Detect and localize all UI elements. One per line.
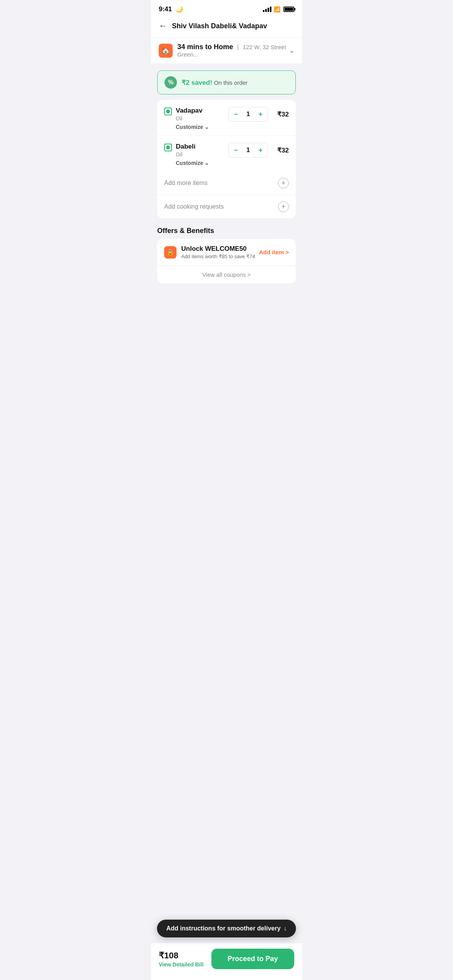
header: ← Shiv Vilash Dabeli& Vadapav — [151, 16, 302, 38]
chevron-down-icon: ⌄ — [204, 160, 209, 166]
item-desc: Oil — [176, 151, 228, 158]
cart-item: Dabeli Oil Customize ⌄ − 1 + ₹32 — [157, 136, 296, 171]
savings-amount: ₹2 saved! On this order — [182, 79, 248, 86]
lock-icon: 🔒 — [164, 246, 177, 259]
wifi-icon: 📶 — [274, 6, 280, 12]
cart-item: Vadapav Oil Customize ⌄ − 1 + ₹32 — [157, 100, 296, 136]
delivery-time: 34 mins to Home — [177, 43, 233, 51]
item-info: Vadapav Oil Customize ⌄ — [176, 107, 228, 130]
cart-item-row: Dabeli Oil Customize ⌄ − 1 + ₹32 — [164, 143, 289, 166]
savings-banner: % ₹2 saved! On this order — [157, 70, 296, 94]
status-icons: 📶 — [263, 6, 294, 12]
item-info: Dabeli Oil Customize ⌄ — [176, 143, 228, 166]
offer-desc: Add items worth ₹85 to save ₹74 — [181, 254, 255, 259]
item-right: − 1 + ₹32 — [228, 107, 289, 122]
chevron-down-icon: ⌄ — [204, 124, 209, 130]
back-button[interactable]: ← — [159, 21, 167, 31]
page-title: Shiv Vilash Dabeli& Vadapav — [172, 22, 267, 30]
quantity-value: 1 — [243, 111, 254, 118]
item-desc: Oil — [176, 115, 228, 122]
item-name: Vadapav — [176, 107, 228, 115]
status-time: 9:41 🌙 — [159, 5, 183, 13]
add-item-button[interactable]: Add item > — [259, 249, 289, 255]
chevron-down-icon[interactable]: ⌄ — [289, 47, 294, 54]
item-left: Dabeli Oil Customize ⌄ — [164, 143, 228, 166]
quantity-control: − 1 + — [228, 143, 268, 158]
item-name: Dabeli — [176, 143, 228, 151]
offer-info: Unlock WELCOME50 Add items worth ₹85 to … — [181, 245, 255, 259]
delivery-info: 34 mins to Home | 122 W, 32 Street Green… — [177, 43, 286, 58]
increase-button[interactable]: + — [254, 143, 268, 157]
offer-item: 🔒 Unlock WELCOME50 Add items worth ₹85 t… — [157, 239, 296, 266]
add-more-items-label: Add more items — [164, 180, 208, 187]
quantity-value: 1 — [243, 147, 254, 154]
delivery-bar[interactable]: 🏠 34 mins to Home | 122 W, 32 Street Gre… — [151, 38, 302, 65]
decrease-button[interactable]: − — [229, 143, 243, 157]
add-cooking-requests-button[interactable]: Add cooking requests + — [157, 195, 296, 218]
increase-button[interactable]: + — [254, 107, 268, 121]
savings-text: ₹2 saved! On this order — [182, 79, 248, 87]
offers-section-title: Offers & Benefits — [151, 224, 302, 239]
customize-button[interactable]: Customize ⌄ — [176, 160, 228, 166]
moon-icon: 🌙 — [175, 6, 183, 12]
offer-card: 🔒 Unlock WELCOME50 Add items worth ₹85 t… — [157, 239, 296, 283]
item-price: ₹32 — [273, 110, 289, 118]
offer-title: Unlock WELCOME50 — [181, 245, 255, 253]
spacer — [151, 283, 302, 345]
add-cooking-requests-icon: + — [278, 201, 289, 212]
status-bar: 9:41 🌙 📶 — [151, 0, 302, 16]
cart-item-row: Vadapav Oil Customize ⌄ − 1 + ₹32 — [164, 107, 289, 130]
add-cooking-requests-label: Add cooking requests — [164, 203, 224, 210]
item-left: Vadapav Oil Customize ⌄ — [164, 107, 228, 130]
veg-icon — [164, 108, 172, 115]
offers-section: Offers & Benefits 🔒 Unlock WELCOME50 Add… — [151, 224, 302, 283]
signal-icon — [263, 7, 271, 12]
decrease-button[interactable]: − — [229, 107, 243, 121]
item-right: − 1 + ₹32 — [228, 143, 289, 158]
savings-icon: % — [165, 76, 177, 89]
offer-left: 🔒 Unlock WELCOME50 Add items worth ₹85 t… — [164, 245, 255, 259]
cart-card: Vadapav Oil Customize ⌄ − 1 + ₹32 — [157, 100, 296, 218]
add-more-items-button[interactable]: Add more items + — [157, 171, 296, 195]
item-price: ₹32 — [273, 146, 289, 154]
add-more-items-icon: + — [278, 178, 289, 188]
battery-icon — [283, 7, 294, 12]
veg-icon — [164, 144, 172, 151]
view-coupons-button[interactable]: View all coupons > — [157, 266, 296, 283]
home-icon: 🏠 — [159, 44, 173, 58]
customize-button[interactable]: Customize ⌄ — [176, 124, 228, 130]
delivery-separator: | — [237, 44, 239, 50]
quantity-control: − 1 + — [228, 107, 268, 122]
